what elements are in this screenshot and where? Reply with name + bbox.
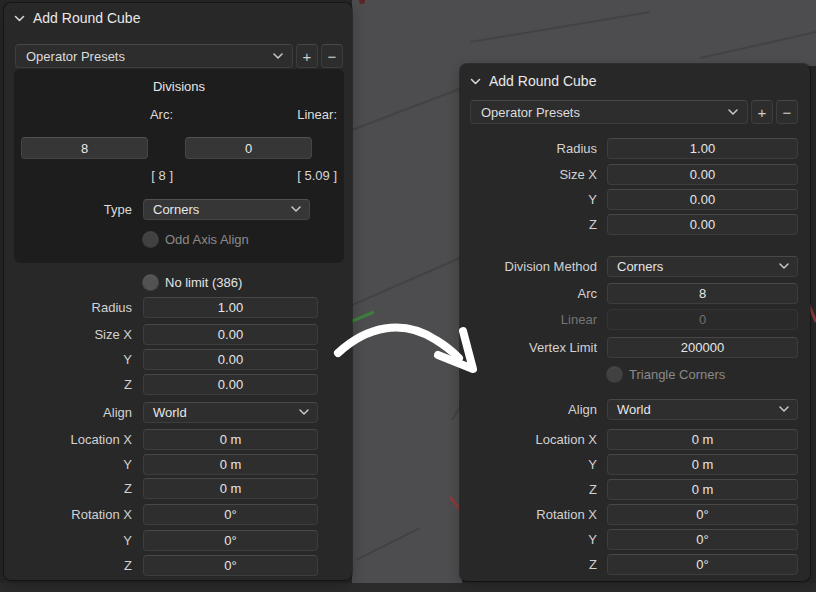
location-y-label: Y [4,457,132,472]
size-x-label: Size X [4,327,132,342]
rotation-y-field[interactable]: 0° [607,529,798,550]
location-z-field[interactable]: 0 m [607,479,798,500]
size-x-row: Size X 0.00 [460,163,810,185]
vertex-limit-field[interactable]: 200000 [607,337,798,358]
location-x-label: Location X [4,432,132,447]
chevron-down-icon [291,206,301,212]
vertex-limit-row: Vertex Limit 200000 [460,336,810,358]
rotation-x-label: Rotation X [460,507,597,522]
rotation-x-field[interactable]: 0° [143,504,318,525]
no-limit-checkbox[interactable]: No limit (386) [143,275,242,290]
size-y-label: Y [4,352,132,367]
plus-icon: + [758,104,767,121]
blender-viewport-screenshot: Add Round Cube Operator Presets + − Divi… [0,0,816,592]
size-y-label: Y [460,192,597,207]
location-z-field[interactable]: 0 m [143,478,318,499]
linear-label: Linear [460,312,597,327]
location-x-field[interactable]: 0 m [143,429,318,450]
radius-row: Radius 1.00 [460,137,810,159]
align-label: Align [460,402,597,417]
rotation-z-field[interactable]: 0° [143,555,318,576]
location-y-row: Y 0 m [460,453,810,475]
panel-title: Add Round Cube [33,10,140,26]
triangle-corners-label: Triangle Corners [629,367,725,382]
odd-axis-align-checkbox[interactable]: Odd Axis Align [143,232,249,247]
panel-header[interactable]: Add Round Cube [470,73,596,89]
odd-axis-align-label: Odd Axis Align [165,232,249,247]
divisions-title: Divisions [14,79,344,94]
size-z-label: Z [460,217,597,232]
rotation-y-row: Y 0° [460,528,810,550]
plus-icon: + [303,48,312,65]
radius-field[interactable]: 1.00 [607,138,798,159]
rotation-z-row: Z 0° [460,553,810,575]
size-z-field[interactable]: 0.00 [143,374,318,395]
align-dropdown[interactable]: World [607,399,798,420]
no-limit-label: No limit (386) [165,275,242,290]
add-preset-button[interactable]: + [296,44,318,68]
arc-field[interactable]: 8 [607,283,798,304]
linear-divisions-field[interactable]: 0 [185,137,312,159]
chevron-down-icon [779,406,789,412]
size-x-field[interactable]: 0.00 [143,324,318,345]
triangle-corners-checkbox[interactable]: Triangle Corners [607,367,725,382]
panel-title: Add Round Cube [489,73,596,89]
rotation-x-label: Rotation X [4,507,132,522]
arc-divisions-field[interactable]: 8 [21,137,148,159]
size-y-field[interactable]: 0.00 [143,349,318,370]
remove-preset-button[interactable]: − [321,44,343,68]
location-z-label: Z [460,482,597,497]
size-y-row: Y 0.00 [460,188,810,210]
radius-label: Radius [460,141,597,156]
vertex-limit-label: Vertex Limit [460,340,597,355]
redo-panel-after: Add Round Cube Operator Presets + − Radi… [460,64,810,581]
size-x-field[interactable]: 0.00 [607,164,798,185]
location-y-field[interactable]: 0 m [143,454,318,475]
rotation-y-label: Y [4,533,132,548]
location-x-row: Location X 0 m [4,428,352,450]
size-x-row: Size X 0.00 [4,323,352,345]
rotation-z-field[interactable]: 0° [607,554,798,575]
arc-row: Arc 8 [460,282,810,304]
add-preset-button[interactable]: + [751,100,773,124]
checkbox-circle-icon [607,367,622,382]
location-z-row: Z 0 m [4,477,352,499]
divisions-subpanel: Divisions Arc: Linear: 8 0 [ 8 ] [ 5.09 … [14,69,344,263]
location-x-row: Location X 0 m [460,428,810,450]
operator-presets-label: Operator Presets [26,49,125,64]
align-row: Align World [4,401,352,423]
location-y-field[interactable]: 0 m [607,454,798,475]
size-z-field[interactable]: 0.00 [607,214,798,235]
type-dropdown[interactable]: Corners [143,199,310,220]
chevron-down-icon [470,78,481,85]
panel-header[interactable]: Add Round Cube [14,10,140,26]
size-z-label: Z [4,377,132,392]
size-y-field[interactable]: 0.00 [607,189,798,210]
location-x-field[interactable]: 0 m [607,429,798,450]
division-method-dropdown[interactable]: Corners [607,256,798,277]
align-value: World [617,402,651,417]
linear-row: Linear 0 [460,308,810,330]
operator-presets-dropdown[interactable]: Operator Presets [470,100,748,124]
division-method-value: Corners [617,259,663,274]
radius-field[interactable]: 1.00 [143,297,318,318]
align-dropdown[interactable]: World [143,402,318,423]
radius-row: Radius 1.00 [4,296,352,318]
checkbox-circle-icon [143,275,158,290]
linear-hint: [ 5.09 ] [178,168,337,183]
rotation-x-field[interactable]: 0° [607,504,798,525]
remove-preset-button[interactable]: − [776,100,798,124]
linear-field: 0 [607,309,798,330]
minus-icon: − [783,104,792,121]
rotation-x-row: Rotation X 0° [4,503,352,525]
location-z-row: Z 0 m [460,478,810,500]
division-method-label: Division Method [460,259,597,274]
operator-presets-dropdown[interactable]: Operator Presets [15,44,293,68]
chevron-down-icon [728,109,738,115]
arc-hint: [ 8 ] [14,168,173,183]
rotation-y-field[interactable]: 0° [143,530,318,551]
chevron-down-icon [14,15,25,22]
type-label: Type [14,202,132,217]
rotation-y-row: Y 0° [4,529,352,551]
radius-label: Radius [4,300,132,315]
